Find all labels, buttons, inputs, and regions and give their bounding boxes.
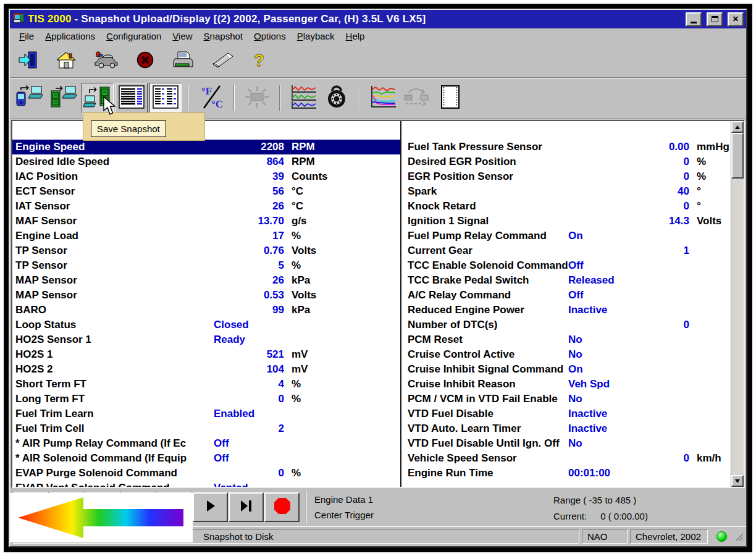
param-unit: Volts — [284, 288, 316, 303]
data-row[interactable]: BARO99kPa — [12, 303, 400, 318]
param-unit: Counts — [284, 169, 328, 184]
data-row[interactable]: TP Sensor5% — [12, 258, 400, 273]
cancel-button[interactable] — [136, 51, 154, 72]
data-row[interactable]: Spark40° — [403, 184, 731, 199]
data-row[interactable]: Fuel Pump Relay CommandOn — [403, 229, 731, 243]
vertical-scrollbar[interactable] — [731, 121, 744, 487]
data-row[interactable]: Loop StatusClosed — [12, 318, 400, 332]
data-row[interactable]: Engine Speed2208RPM — [12, 140, 400, 154]
play-icon — [205, 499, 216, 515]
menu-applications[interactable]: Applications — [40, 30, 101, 43]
data-row[interactable]: Ignition 1 Signal14.3Volts — [403, 214, 731, 229]
home-button[interactable] — [56, 51, 77, 72]
overlay-graph-button[interactable] — [366, 83, 398, 114]
two-column-list-button[interactable] — [149, 83, 182, 114]
data-row[interactable]: VTD Auto. Learn TimerInactive — [403, 421, 731, 436]
menu-file[interactable]: File — [14, 30, 40, 43]
flash-icon — [243, 85, 271, 112]
data-row[interactable]: * AIR Solenoid Command (If EquipOff — [12, 451, 400, 466]
param-value: 2208 — [214, 140, 284, 154]
data-row[interactable]: Cruise Inhibit Signal CommandOn — [403, 362, 731, 377]
param-unit: ° — [689, 199, 701, 214]
stop-button[interactable] — [264, 492, 300, 522]
skip-to-end-button[interactable] — [229, 492, 264, 522]
resize-grip[interactable] — [735, 533, 744, 544]
data-row[interactable]: Desired Idle Speed864RPM — [12, 154, 400, 169]
play-button[interactable] — [193, 492, 228, 522]
data-row[interactable]: VTD Fuel Disable Until Ign. OffNo — [403, 436, 731, 451]
param-unit: % — [284, 229, 301, 243]
data-row[interactable]: Engine Load17% — [12, 229, 400, 243]
open-snapshot-button[interactable] — [48, 83, 80, 114]
data-row[interactable]: HO2S 1521mV — [12, 347, 400, 362]
menu-playback[interactable]: Playback — [292, 30, 340, 43]
param-value: Veh Spd — [568, 377, 689, 392]
data-row[interactable]: ECT Sensor56°C — [12, 184, 400, 199]
vehicle-select-button[interactable] — [94, 51, 119, 72]
data-row[interactable]: Long Term FT0% — [12, 392, 400, 406]
data-row[interactable]: HO2S 2104mV — [12, 362, 400, 377]
data-row[interactable]: IAT Sensor26°C — [12, 199, 400, 214]
minimize-button[interactable] — [686, 12, 702, 27]
data-row[interactable]: MAF Sensor13.70g/s — [12, 214, 400, 229]
help-button[interactable]: ? — [252, 51, 268, 72]
data-row[interactable]: EGR Position Sensor0% — [403, 169, 731, 184]
data-row[interactable]: VTD Fuel DisableInactive — [403, 406, 731, 421]
data-row[interactable]: Fuel Trim LearnEnabled — [12, 406, 400, 421]
menu-options[interactable]: Options — [248, 30, 292, 43]
param-unit: RPM — [284, 154, 315, 169]
menu-snapshot[interactable]: Snapshot — [198, 30, 248, 43]
data-row[interactable]: Vehicle Speed Sensor0km/h — [403, 451, 731, 466]
single-list-button[interactable] — [116, 83, 148, 114]
data-row[interactable]: PCM ResetNo — [403, 332, 731, 347]
current-value: 0 ( 0:00.00) — [600, 508, 648, 524]
menu-bar: FileApplicationsConfigurationViewSnapsho… — [10, 28, 746, 44]
data-row[interactable]: TCC Brake Pedal SwitchReleased — [403, 273, 731, 288]
data-row[interactable]: MAP Sensor0.53Volts — [12, 288, 400, 303]
close-button[interactable]: × — [728, 12, 744, 27]
upload-snapshot-button[interactable] — [14, 83, 46, 114]
playback-range-info: Range ( -35 to 485 ) Current: 0 ( 0:00.0… — [553, 492, 648, 524]
data-row[interactable]: TP Sensor0.76Volts — [12, 243, 400, 258]
data-row[interactable]: Current Gear1 — [403, 243, 731, 258]
data-row[interactable]: A/C Relay CommandOff — [403, 288, 731, 303]
data-row[interactable]: MAP Sensor26kPa — [12, 273, 400, 288]
news-button[interactable] — [211, 51, 235, 71]
data-row[interactable]: PCM / VCM in VTD Fail EnableNo — [403, 392, 731, 406]
upload-snapshot-icon — [15, 85, 44, 112]
param-label: TP Sensor — [12, 258, 214, 273]
data-row[interactable]: Knock Retard0° — [403, 199, 731, 214]
param-value: 2 — [214, 421, 284, 436]
scroll-down-button[interactable] — [731, 475, 744, 487]
menu-help[interactable]: Help — [340, 30, 371, 43]
menu-view[interactable]: View — [167, 30, 198, 43]
data-row[interactable]: Reduced Engine PowerInactive — [403, 303, 731, 318]
param-label: PCM / VCM in VTD Fail Enable — [403, 392, 568, 406]
connection-status-cell — [710, 529, 733, 544]
data-row[interactable]: IAC Position39Counts — [12, 169, 400, 184]
data-row[interactable]: Fuel Tank Pressure Sensor0.00mmHg — [403, 140, 731, 154]
data-row[interactable]: Cruise Control ActiveNo — [403, 347, 731, 362]
scrollbar-thumb[interactable] — [731, 133, 744, 179]
data-row[interactable]: Short Term FT4% — [12, 377, 400, 392]
data-row[interactable]: Engine Run Time00:01:00 — [403, 466, 731, 481]
exit-button[interactable] — [17, 51, 38, 72]
blank-page-button[interactable] — [434, 83, 466, 114]
print-button[interactable] — [172, 51, 194, 72]
line-graphs-button[interactable] — [287, 83, 319, 114]
param-label: Cruise Control Active — [403, 347, 568, 362]
data-row[interactable]: HO2S Sensor 1Ready — [12, 332, 400, 347]
data-row[interactable]: EVAP Purge Solenoid Command0% — [12, 466, 400, 481]
data-row[interactable]: Fuel Trim Cell2 — [12, 421, 400, 436]
scroll-up-button[interactable] — [731, 121, 744, 133]
maximize-button[interactable] — [707, 12, 723, 27]
data-row[interactable]: TCC Enable Solenoid CommandOff — [403, 258, 731, 273]
data-row[interactable]: EVAP Vent Solenoid CommandVented — [12, 481, 400, 487]
data-row[interactable]: * AIR Pump Relay Command (If EcOff — [12, 436, 400, 451]
units-fc-button[interactable]: °F°C — [195, 83, 227, 114]
data-row[interactable]: Number of DTC(s)0 — [403, 318, 731, 332]
data-row[interactable]: Desired EGR Position0% — [403, 154, 731, 169]
data-row[interactable]: Cruise Inhibit ReasonVeh Spd — [403, 377, 731, 392]
menu-configuration[interactable]: Configuration — [101, 30, 167, 43]
gauge-dial-button[interactable] — [321, 83, 353, 114]
